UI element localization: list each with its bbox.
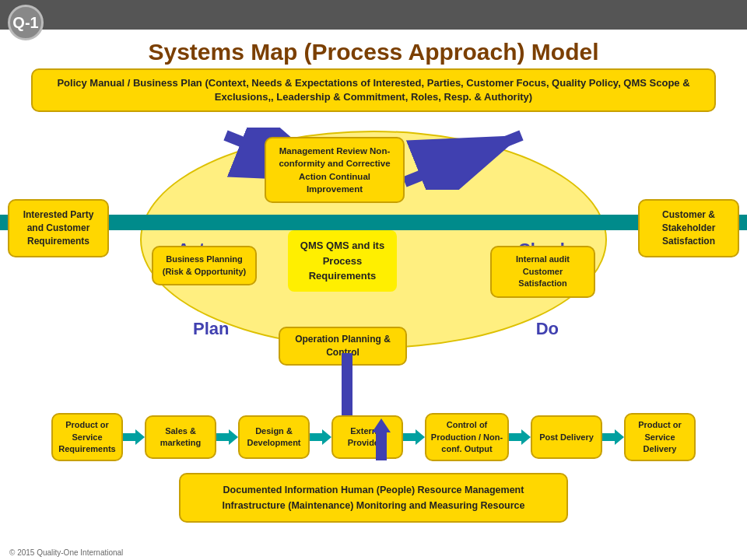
post-delivery-box: Post Delivery [531, 415, 602, 459]
arrow-4 [403, 432, 425, 443]
sales-marketing-box: Sales & marketing [145, 415, 216, 459]
business-planning-box: Business Planning (Risk & Opportunity) [152, 246, 257, 285]
documented-info-box: Documented Information Human (People) Re… [179, 473, 568, 523]
page-title: Systems Map (Process Approach) Model [0, 39, 747, 65]
plan-label: Plan [193, 319, 229, 339]
arrow-1 [123, 432, 145, 443]
footer: © 2015 Quality-One International [9, 548, 123, 557]
header-bar [0, 0, 747, 30]
customer-stakeholder-box: Customer & Stakeholder Satisfaction [638, 199, 739, 257]
qms-center-box: QMS QMS and its Process Requirements [288, 230, 397, 292]
control-production-box: Control of Production / Non-conf. Output [425, 413, 509, 461]
logo: Q-1 [8, 5, 44, 40]
title-area: Systems Map (Process Approach) Model [0, 30, 747, 65]
arrow-3 [310, 432, 331, 443]
design-development-box: Design & Development [238, 415, 310, 459]
policy-box: Policy Manual / Business Plan (Context, … [31, 68, 716, 112]
purple-right-arrow [405, 135, 521, 182]
logo-text: Q-1 [12, 14, 38, 32]
do-label: Do [536, 319, 559, 339]
purple-up-from-documented [372, 418, 391, 460]
management-review-box: Management Review Non-conformity and Cor… [265, 137, 405, 202]
internal-audit-box: Internal audit Customer Satisfaction [490, 246, 595, 297]
product-service-requirements-box: Product or Service Requirements [51, 413, 123, 461]
teal-arrow-band [0, 215, 747, 230]
arrow-2 [216, 432, 238, 443]
product-service-delivery-box: Product or Service Delivery [624, 413, 696, 461]
arrow-5 [509, 432, 531, 443]
external-providers-box: External Providers [331, 415, 403, 459]
interested-party-box: Interested Party and Customer Requiremen… [8, 199, 109, 257]
arrow-6 [602, 432, 624, 443]
main-area: Interested Party and Customer Requiremen… [0, 115, 747, 535]
